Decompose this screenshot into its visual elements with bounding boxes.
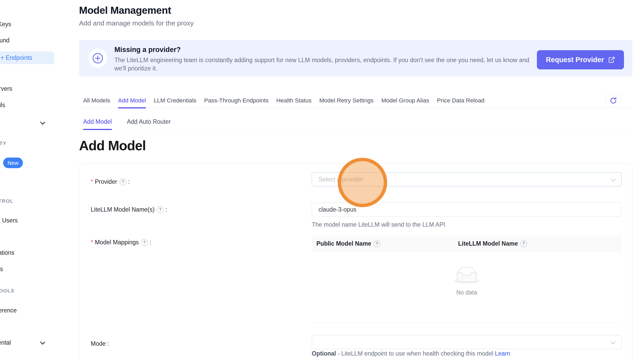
page-subtitle: Add and manage models for the proxy [79,19,194,27]
provider-label: * Provider : [91,178,130,185]
request-provider-button[interactable]: Request Provider [537,50,624,69]
model-mappings-table: Public Model Name LiteLLM Model Name [312,235,622,296]
provider-select-placeholder: Select a provider [318,173,363,186]
subtab-add-auto-router[interactable]: Add Auto Router [127,115,171,130]
add-model-heading: Add Model [79,138,146,153]
sidebar-item-users[interactable]: Users [2,217,18,224]
help-icon[interactable] [120,179,126,185]
sidebar-item-playground[interactable]: und [0,37,9,44]
request-provider-label: Request Provider [546,56,604,64]
page-title: Model Management [79,5,171,16]
column-header-public-model-name: Public Model Name [312,235,453,252]
sidebar-section-tools: OOLS [0,288,15,294]
litellm-model-name-input[interactable] [312,202,622,217]
required-asterisk: * [91,239,93,246]
model-name-helper-text: The model name LiteLLM will send to the … [312,221,445,228]
column-header-litellm-model-name: LiteLLM Model Name [453,235,622,252]
help-icon[interactable] [520,240,527,247]
sidebar-item-mcp-servers[interactable]: rvers [0,85,12,92]
sidebar-item-label: + Endpoints [0,54,32,61]
chevron-down-icon [611,177,615,181]
add-model-subtabs-bar: Add Model Add Auto Router [79,115,632,130]
sidebar-item-experimental[interactable]: ental [0,339,11,346]
banner-title: Missing a provider? [114,46,181,54]
empty-inbox-icon [453,267,480,285]
refresh-button[interactable] [606,94,621,107]
new-badge[interactable]: New [3,158,23,168]
subtab-add-model[interactable]: Add Model [83,115,112,130]
mode-helper-text: Optional - LiteLLM endpoint to use when … [312,350,510,357]
sidebar-section-label: TY [0,141,6,146]
no-data-text: No data [312,289,622,296]
learn-more-link[interactable]: Learn [495,350,510,357]
banner-body: The LiteLLM engineering team is constant… [114,56,538,73]
provider-select[interactable]: Select a provider [312,172,622,186]
sidebar-item-organizations[interactable]: ations [0,249,14,256]
tab-price-data-reload[interactable]: Price Data Reload [437,94,485,108]
sidebar-item-virtual-keys[interactable]: Keys [0,21,11,28]
sidebar-group-collapse[interactable] [41,119,44,126]
help-icon[interactable] [374,240,380,247]
sidebar-section-access-control: TROL [0,198,14,204]
sidebar-item-teams[interactable]: s [0,266,3,273]
tab-model-group-alias[interactable]: Model Group Alias [381,94,429,108]
tab-model-retry-settings[interactable]: Model Retry Settings [319,94,374,108]
external-link-icon [608,56,615,63]
add-model-form-card: * Provider : Select a provider LiteLLM M… [79,163,632,360]
chevron-down-icon [611,339,615,344]
chevron-down-icon [40,120,45,125]
required-asterisk: * [91,178,93,185]
table-bottom-border [312,323,622,323]
tab-llm-credentials[interactable]: LLM Credentials [154,94,196,108]
model-name-label: LiteLLM Model Name(s) : [91,206,167,213]
mode-select[interactable] [312,335,622,349]
sidebar: Keys und + Endpoints rvers ils TY New TR… [0,0,62,360]
plus-circle-icon [88,49,107,68]
litellm-admin-page: Keys und + Endpoints rvers ils TY New TR… [0,0,644,360]
sidebar-item-guardrails[interactable]: ils [0,102,5,109]
tab-add-model[interactable]: Add Model [118,94,146,108]
model-tabs-bar: All Models Add Model LLM Credentials Pas… [79,94,632,108]
tab-all-models[interactable]: All Models [83,94,110,108]
sidebar-item-api-reference[interactable]: erence [0,307,17,314]
empty-state: No data [312,252,622,296]
mode-label: Mode : [91,340,109,347]
refresh-icon [609,97,617,104]
model-mappings-label: * Model Mappings : [91,239,151,246]
missing-provider-banner: Missing a provider? The LiteLLM engineer… [79,40,632,76]
chevron-down-icon [40,339,45,345]
help-icon[interactable] [157,206,164,213]
mappings-table-header: Public Model Name LiteLLM Model Name [312,235,622,252]
sidebar-item-models-endpoints-active[interactable]: + Endpoints [0,51,54,64]
sidebar-item-label: ental [0,339,11,346]
tab-health-status[interactable]: Health Status [276,94,311,108]
help-icon[interactable] [141,239,148,246]
tab-pass-through-endpoints[interactable]: Pass-Through Endpoints [204,94,269,108]
